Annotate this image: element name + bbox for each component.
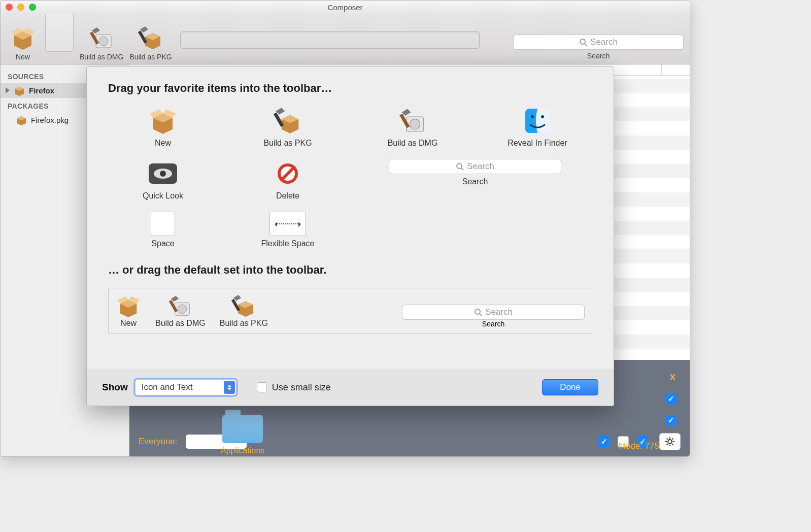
toolbar-palette: New Build as PKG Build as DMG Reveal In … — [108, 106, 592, 248]
palette-build-dmg[interactable]: Build as DMG — [358, 106, 467, 148]
search-icon — [474, 308, 482, 316]
package-open-icon — [148, 106, 178, 136]
sheet-heading-drag: Drag your favorite items into the toolba… — [108, 82, 592, 95]
folder-path: Applications — [221, 415, 264, 455]
hammer-package-icon — [137, 24, 164, 52]
toolbar-search-input[interactable]: Search — [513, 35, 684, 50]
svg-point-31 — [178, 305, 187, 313]
sheet-heading-default: … or drag the default set into the toolb… — [108, 263, 592, 277]
toolbar-empty-slot[interactable] — [45, 13, 74, 52]
gear-icon — [665, 437, 675, 447]
svg-line-13 — [667, 444, 668, 445]
toolbar-build-dmg-label: Build as DMG — [80, 53, 123, 61]
no-entry-icon — [273, 159, 302, 188]
perm-x-label: X — [670, 373, 675, 383]
small-size-checkbox[interactable] — [257, 382, 267, 392]
package-open-icon — [9, 24, 37, 52]
default-label: New — [120, 319, 137, 328]
done-button-label: Done — [560, 382, 581, 392]
customize-toolbar-sheet: Drag your favorite items into the toolba… — [86, 66, 614, 406]
palette-flexible-space[interactable]: Flexible Space — [233, 212, 343, 248]
default-build-dmg[interactable]: Build as DMG — [155, 293, 206, 328]
svg-point-28 — [457, 163, 462, 169]
svg-point-21 — [541, 115, 544, 118]
sidebar-item-label: Firefox — [29, 86, 54, 95]
default-label: Build as PKG — [220, 319, 268, 328]
perm-mode-label: Mode: — [619, 441, 643, 451]
default-build-pkg[interactable]: Build as PKG — [220, 293, 268, 328]
chevron-updown-icon — [224, 381, 235, 394]
toolbar-build-pkg[interactable]: Build as PKG — [129, 24, 172, 61]
palette-search-input[interactable]: Search — [389, 159, 561, 174]
toolbar-search-item: Search Search — [513, 35, 684, 60]
svg-line-29 — [461, 168, 463, 170]
small-size-label: Use small size — [272, 382, 331, 393]
show-label: Show — [102, 382, 128, 393]
default-search-input[interactable]: Search — [402, 305, 585, 320]
eye-icon — [148, 159, 178, 188]
palette-space[interactable]: Space — [108, 212, 218, 248]
svg-line-5 — [585, 44, 587, 46]
package-icon — [14, 85, 25, 96]
palette-label: Search — [462, 177, 488, 186]
toolbar-new-label: New — [16, 53, 30, 61]
perm-checkbox[interactable]: ✓ — [598, 436, 610, 447]
search-icon — [456, 162, 464, 171]
palette-label: Flexible Space — [261, 239, 315, 248]
package-open-icon — [116, 293, 141, 319]
svg-point-17 — [410, 119, 420, 129]
hammer-package-icon — [231, 293, 256, 319]
palette-label: Delete — [276, 191, 299, 201]
default-new[interactable]: New — [116, 293, 141, 328]
sheet-footer: Show Icon and Text Use small size Done — [87, 369, 614, 406]
titlebar: Composer — [1, 1, 690, 14]
palette-build-pkg[interactable]: Build as PKG — [233, 106, 343, 148]
search-icon — [579, 38, 587, 46]
toolbar-new[interactable]: New — [7, 24, 39, 61]
hammer-package-icon — [273, 106, 302, 136]
perm-checkbox[interactable]: ✓ — [665, 393, 677, 405]
toolbar-search-placeholder: Search — [590, 37, 618, 47]
default-search-item[interactable]: Search Search — [402, 305, 585, 328]
show-select-value: Icon and Text — [142, 382, 193, 392]
svg-point-1 — [99, 37, 108, 46]
palette-search[interactable]: Search Search — [358, 159, 592, 201]
palette-label: Space — [151, 239, 174, 248]
disclosure-icon[interactable] — [6, 87, 10, 93]
perm-checkbox[interactable]: ✓ — [665, 415, 677, 426]
space-icon — [151, 212, 175, 236]
toolbar-search-label: Search — [587, 52, 610, 60]
palette-label: Build as PKG — [263, 139, 312, 148]
toolbar-build-dmg[interactable]: Build as DMG — [80, 24, 123, 61]
perm-mode-value: 775 — [645, 441, 659, 451]
svg-point-4 — [580, 39, 585, 44]
svg-line-11 — [667, 439, 668, 440]
default-search-placeholder: Search — [485, 307, 513, 317]
svg-line-14 — [672, 439, 673, 440]
palette-label: New — [155, 139, 171, 148]
done-button[interactable]: Done — [542, 379, 598, 395]
sheet-body: Drag your favorite items into the toolba… — [87, 66, 614, 369]
palette-label: Quick Look — [143, 191, 183, 201]
palette-search-placeholder: Search — [467, 161, 494, 172]
hammer-disk-icon — [167, 293, 193, 319]
toolbar: New Build as DMG Build as PKG Search Sea… — [1, 14, 690, 64]
folder-applications[interactable]: Applications — [221, 415, 264, 455]
table-header-cell[interactable] — [661, 64, 690, 76]
svg-point-6 — [668, 440, 672, 444]
default-set[interactable]: New Build as DMG Build as PKG Search — [108, 288, 592, 334]
gear-button[interactable] — [659, 433, 681, 450]
palette-reveal[interactable]: Reveal In Finder — [483, 106, 592, 148]
window-title: Composer — [1, 3, 690, 12]
folder-label: Applications — [221, 446, 264, 455]
palette-delete[interactable]: Delete — [233, 159, 343, 201]
palette-label: Build as DMG — [388, 139, 438, 148]
toolbar-address-field[interactable] — [180, 31, 480, 49]
show-select[interactable]: Icon and Text — [135, 379, 236, 395]
svg-point-20 — [531, 115, 534, 118]
perm-mode: Mode: 775 — [619, 441, 659, 451]
sidebar-item-label: Firefox.pkg — [31, 116, 69, 124]
palette-new[interactable]: New — [108, 106, 218, 148]
palette-quick-look[interactable]: Quick Look — [108, 159, 218, 201]
default-search-label: Search — [482, 320, 504, 328]
